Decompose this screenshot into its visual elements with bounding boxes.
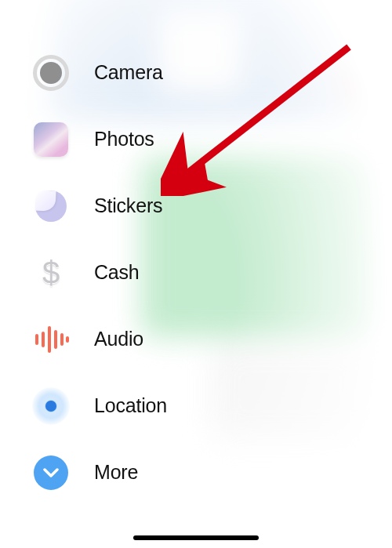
camera-icon bbox=[31, 53, 71, 93]
chevron-down-icon bbox=[31, 453, 71, 492]
menu-item-stickers[interactable]: Stickers bbox=[31, 172, 314, 239]
menu-item-audio[interactable]: Audio bbox=[31, 306, 314, 372]
home-indicator[interactable] bbox=[133, 535, 259, 540]
menu-item-label: Location bbox=[94, 394, 167, 417]
menu-item-photos[interactable]: Photos bbox=[31, 106, 314, 172]
menu-item-label: Stickers bbox=[94, 194, 162, 217]
menu-item-label: More bbox=[94, 461, 138, 484]
menu-item-more[interactable]: More bbox=[31, 439, 314, 506]
cash-icon: $ bbox=[31, 253, 71, 292]
attachment-menu: Camera Photos Stickers $ Cash bbox=[31, 39, 314, 506]
menu-item-label: Camera bbox=[94, 61, 163, 84]
stickers-icon bbox=[31, 187, 71, 226]
menu-item-label: Photos bbox=[94, 128, 154, 151]
photos-icon bbox=[31, 120, 71, 159]
location-icon bbox=[31, 387, 71, 426]
menu-item-cash[interactable]: $ Cash bbox=[31, 239, 314, 306]
menu-item-label: Audio bbox=[94, 328, 143, 350]
menu-item-camera[interactable]: Camera bbox=[31, 39, 314, 106]
audio-waveform-icon bbox=[31, 320, 71, 359]
menu-item-label: Cash bbox=[94, 261, 140, 284]
menu-item-location[interactable]: Location bbox=[31, 372, 314, 439]
